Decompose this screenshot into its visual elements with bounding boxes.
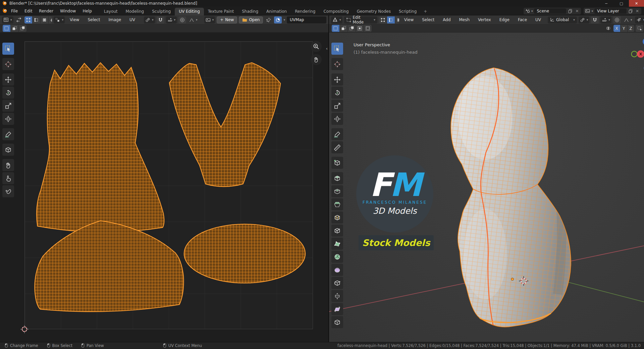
zoom-icon[interactable]	[311, 41, 322, 52]
view-layer-selector[interactable]: ▾ View Layer ✕	[584, 8, 641, 14]
rip-region-tool[interactable]	[2, 144, 14, 156]
scene-selector[interactable]: ▾ Scene ✕	[524, 8, 581, 14]
pinch-tool[interactable]	[2, 185, 14, 197]
uv-edge-select-button[interactable]	[33, 16, 40, 23]
loop-cut-tool[interactable]	[331, 211, 343, 223]
measure-tool[interactable]	[331, 141, 343, 153]
uv-menu-view[interactable]: View	[66, 15, 83, 24]
vertex-select-button[interactable]	[379, 16, 387, 23]
tab-rendering[interactable]: Rendering	[291, 8, 319, 15]
minimize-button[interactable]: ─	[599, 0, 614, 7]
chevron-down-icon[interactable]: ▾	[283, 18, 285, 21]
rotate-tool[interactable]	[331, 87, 343, 99]
snap-settings-dropdown[interactable]: ▾	[600, 16, 611, 23]
vp-menu-uv[interactable]: UV	[532, 15, 544, 24]
cursor-2d-tool[interactable]	[2, 58, 14, 70]
new-view-layer-icon[interactable]	[628, 8, 633, 14]
editor-type-dropdown[interactable]: ▾	[331, 16, 342, 23]
scale-tool[interactable]	[2, 100, 14, 112]
vp-menu-face[interactable]: Face	[515, 15, 530, 24]
move-tool[interactable]	[331, 73, 343, 86]
tab-geometry-nodes[interactable]: Geometry Nodes	[353, 8, 395, 15]
knife-tool[interactable]	[331, 225, 343, 237]
new-scene-icon[interactable]	[568, 8, 573, 14]
vp-menu-add[interactable]: Add	[439, 15, 454, 24]
select-intersect-button[interactable]	[364, 25, 372, 32]
proportional-editing-toggle[interactable]	[613, 16, 621, 23]
pivot-point-dropdown[interactable]: ▾	[144, 16, 155, 23]
uv-face-select-button[interactable]	[41, 16, 48, 23]
uv-select-new-button[interactable]	[3, 25, 10, 32]
select-box-tool[interactable]	[331, 43, 343, 55]
scene-name[interactable]: Scene	[534, 8, 566, 14]
open-image-button[interactable]: Open	[239, 16, 263, 23]
add-cube-tool[interactable]	[331, 157, 343, 169]
vp-menu-edge[interactable]: Edge	[496, 15, 513, 24]
rotate-tool[interactable]	[2, 87, 14, 99]
menu-render[interactable]: Render	[36, 7, 57, 15]
vp-menu-view[interactable]: View	[401, 15, 417, 24]
mode-dropdown[interactable]: Edit Mode▾	[344, 16, 377, 23]
uv-select-subtract-button[interactable]	[19, 25, 26, 32]
uv-select-extend-button[interactable]	[11, 25, 18, 32]
view-layer-name[interactable]: View Layer	[594, 8, 627, 14]
uv-sidebar-collapse-arrow[interactable]: ‹	[326, 46, 328, 51]
select-difference-button[interactable]	[356, 25, 364, 32]
vp-menu-mesh[interactable]: Mesh	[456, 15, 473, 24]
edge-slide-tool[interactable]	[331, 277, 343, 289]
uv-map-name-field[interactable]: UVMap	[287, 16, 326, 23]
uv-menu-uv[interactable]: UV	[126, 15, 139, 24]
uv-menu-select[interactable]: Select	[84, 15, 103, 24]
scale-tool[interactable]	[331, 100, 343, 112]
show-gizmo-dropdown[interactable]: ▾	[635, 16, 644, 23]
tab-modeling[interactable]: Modeling	[122, 8, 148, 15]
tab-animation[interactable]: Animation	[262, 8, 291, 15]
close-button[interactable]: ✕	[629, 0, 644, 7]
editor-type-dropdown[interactable]: ▾	[2, 16, 13, 23]
tab-uv-editing[interactable]: UV Editing	[175, 8, 204, 15]
mirror-y-button[interactable]: Y	[621, 25, 627, 32]
uv-sync-selection-toggle[interactable]	[15, 16, 23, 23]
extrude-region-tool[interactable]	[331, 172, 343, 184]
menu-edit[interactable]: Edit	[21, 7, 36, 15]
mannequin-mesh[interactable]	[445, 62, 576, 334]
inset-faces-tool[interactable]	[331, 185, 343, 197]
mirror-z-button[interactable]: Z	[628, 25, 634, 32]
vp-canvas[interactable]: User Perspective (1) faceless-mannequin-…	[329, 33, 644, 342]
proportional-editing-toggle[interactable]	[178, 16, 186, 23]
maximize-button[interactable]: ▢	[614, 0, 629, 7]
move-tool[interactable]	[2, 73, 14, 86]
pivot-point-dropdown[interactable]: ▾	[579, 16, 590, 23]
tab-compositing[interactable]: Compositing	[319, 8, 353, 15]
tab-scripting[interactable]: Scripting	[395, 8, 421, 15]
proportional-falloff-dropdown[interactable]: ▾	[623, 16, 634, 23]
shear-tool[interactable]	[331, 303, 343, 315]
select-new-button[interactable]	[332, 25, 339, 32]
proportional-falloff-dropdown[interactable]: ▾	[188, 16, 199, 23]
tab-sculpting[interactable]: Sculpting	[148, 8, 175, 15]
pan-hand-icon[interactable]	[311, 54, 322, 65]
spin-tool[interactable]	[331, 251, 343, 263]
image-browse-dropdown[interactable]: ▾	[204, 16, 215, 23]
cursor-tool[interactable]	[331, 58, 343, 70]
transform-tool[interactable]	[331, 113, 343, 125]
unlink-scene-icon[interactable]: ✕	[574, 8, 580, 14]
vp-menu-select[interactable]: Select	[419, 15, 438, 24]
transform-orientation-dropdown[interactable]: Global▾	[548, 16, 577, 23]
edge-select-button[interactable]	[387, 16, 395, 23]
pin-image-toggle[interactable]	[265, 16, 272, 23]
uv-2d-cursor[interactable]	[20, 325, 29, 334]
snap-toggle[interactable]	[591, 16, 599, 23]
annotate-tool[interactable]	[331, 128, 343, 140]
add-workspace-button[interactable]: +	[421, 8, 430, 15]
tab-shading[interactable]: Shading	[238, 8, 262, 15]
relax-tool[interactable]	[2, 172, 14, 184]
uv-island-select-button[interactable]	[49, 16, 52, 23]
blender-menu-icon[interactable]	[2, 8, 8, 14]
select-subtract-button[interactable]	[348, 25, 356, 32]
uv-menu-image[interactable]: Image	[105, 15, 124, 24]
rip-region-tool[interactable]	[331, 316, 343, 328]
tab-layout[interactable]: Layout	[100, 8, 122, 15]
active-uv-texture-toggle[interactable]	[274, 16, 282, 23]
snap-toggle[interactable]	[157, 16, 164, 23]
